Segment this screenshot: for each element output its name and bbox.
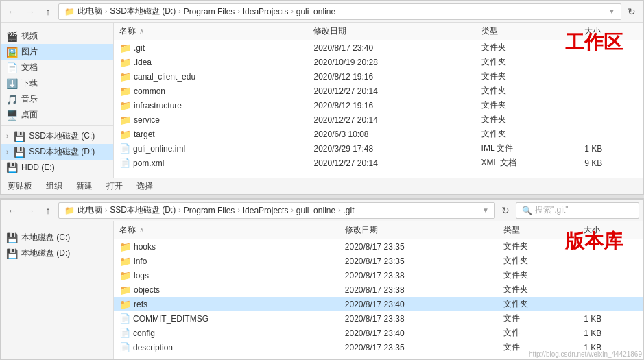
sidebar-item-pictures[interactable]: 🖼️ 图片	[1, 44, 113, 60]
col-name-2[interactable]: 名称 ∧	[114, 221, 339, 239]
bottom-breadcrumb[interactable]: 📁 此电脑 › SSD本地磁盘 (D:) › Program Files › I…	[58, 202, 495, 219]
sidebar-label: HDD (E:)	[21, 163, 55, 172]
col-size[interactable]: 大小	[579, 23, 643, 40]
file-name: service	[134, 115, 160, 125]
col-name[interactable]: 名称 ∧	[114, 23, 308, 40]
table-row[interactable]: 📁 common 2020/12/27 20:14 文件夹	[114, 84, 643, 98]
file-date: 2020/8/17 23:38	[339, 283, 498, 297]
table-row[interactable]: 📁 info 2020/8/17 23:35 文件夹	[114, 254, 643, 268]
file-name-cell: 📁 hooks	[114, 239, 339, 254]
table-row[interactable]: 📁 .idea 2020/10/19 20:28 文件夹	[114, 55, 643, 69]
table-row[interactable]: 📁 objects 2020/8/17 23:38 文件夹	[114, 283, 643, 297]
file-name: info	[134, 256, 147, 266]
file-type: 文件	[498, 340, 578, 355]
file-size: 1 KB	[578, 311, 643, 326]
col-date[interactable]: 修改日期	[308, 23, 475, 40]
sidebar-item-video[interactable]: 🎬 视频	[1, 28, 113, 44]
col-type-2[interactable]: 类型	[498, 221, 578, 239]
sidebar-item-downloads[interactable]: ⬇️ 下载	[1, 75, 113, 91]
sidebar-item-docs[interactable]: 📄 文档	[1, 60, 113, 75]
sidebar-label: 本地磁盘 (C:)	[21, 232, 70, 243]
table-row[interactable]: 📄 COMMIT_EDITMSG 2020/8/17 23:38 文件 1 KB	[114, 311, 643, 326]
table-row[interactable]: 📄 pom.xml 2020/12/27 20:14 XML 文档 9 KB	[114, 156, 643, 170]
file-name: objects	[134, 285, 160, 295]
sidebar-label: SSD本地磁盘 (C:)	[29, 130, 95, 142]
back-button-2[interactable]: ←	[5, 203, 20, 218]
breadcrumb-git: .git	[344, 206, 355, 215]
folder-icon: 📁	[119, 299, 131, 310]
col-date-2[interactable]: 修改日期	[339, 221, 498, 239]
file-type: XML 文档	[476, 156, 580, 170]
file-name-cell: 📄 guli_online.iml	[114, 141, 308, 156]
table-row[interactable]: 📁 service 2020/12/27 20:14 文件夹	[114, 112, 643, 127]
breadcrumb-d-2: SSD本地磁盘 (D:)	[110, 204, 176, 216]
col-type[interactable]: 类型	[476, 23, 580, 40]
file-type: 文件夹	[476, 69, 580, 84]
up-button[interactable]: ↑	[40, 4, 56, 19]
bottom-sidebar: 💾 本地磁盘 (C:) 💾 本地磁盘 (D:)	[1, 221, 114, 359]
table-row[interactable]: 📁 canal_client_edu 2020/8/12 19:16 文件夹	[114, 69, 643, 84]
file-name-cell: 📁 infrastructure	[114, 98, 308, 112]
col-size-2[interactable]: 大小	[578, 221, 643, 239]
file-type: 文件	[498, 311, 578, 326]
refresh-button-2[interactable]: ↻	[498, 203, 513, 218]
forward-button-2[interactable]: →	[23, 203, 38, 218]
sidebar-item-desktop[interactable]: 🖥️ 桌面	[1, 107, 113, 123]
file-type: 文件夹	[498, 239, 578, 254]
folder-icon: 📁	[119, 115, 131, 125]
breadcrumb-dropdown[interactable]: ▼	[608, 8, 615, 15]
pictures-icon: 🖼️	[6, 47, 17, 58]
video-icon: 🎬	[6, 31, 17, 42]
table-row[interactable]: 📄 config 2020/8/17 23:40 文件 1 KB	[114, 326, 643, 340]
sidebar-item-e[interactable]: 💾 HDD (E:)	[1, 160, 113, 175]
file-date: 2020/12/27 20:14	[308, 156, 475, 170]
folder-icon: 📁	[119, 270, 131, 281]
file-date: 2020/3/29 17:48	[308, 141, 475, 156]
forward-button[interactable]: →	[23, 4, 38, 19]
top-breadcrumb[interactable]: 📁 此电脑 › SSD本地磁盘 (D:) › Program Files › I…	[58, 3, 621, 20]
select-label: 选择	[136, 180, 153, 192]
table-row[interactable]: 📄 description 2020/8/17 23:35 文件 1 KB	[114, 340, 643, 355]
file-name-cell: 📄 config	[114, 326, 339, 340]
file-name-cell: 📁 service	[114, 112, 308, 127]
table-row[interactable]: 📁 target 2020/6/3 10:08 文件夹	[114, 127, 643, 141]
file-size: 9 KB	[579, 156, 643, 170]
back-button[interactable]: ←	[5, 4, 20, 19]
folder-icon: 📁	[119, 57, 131, 68]
breadcrumb-idea-2: IdeaProjects	[243, 206, 289, 215]
file-name-cell: 📁 refs	[114, 297, 339, 311]
sidebar-item-local-c[interactable]: 💾 本地磁盘 (C:)	[1, 230, 113, 245]
table-row[interactable]: 📁 .git 2020/8/17 23:40 文件夹	[114, 40, 643, 56]
breadcrumb-pf-2: Program Files	[184, 206, 235, 215]
file-type: 文件夹	[498, 297, 578, 311]
table-row[interactable]: 📁 refs 2020/8/17 23:40 文件夹	[114, 297, 643, 311]
sidebar-item-c[interactable]: › 💾 SSD本地磁盘 (C:)	[1, 128, 113, 144]
search-bar[interactable]: 🔍 搜索".git"	[516, 202, 639, 219]
drive-e-icon: 💾	[6, 162, 17, 173]
sidebar-item-local-d[interactable]: 💾 本地磁盘 (D:)	[1, 245, 113, 261]
file-date: 2020/8/17 23:35	[339, 239, 498, 254]
table-row[interactable]: 📁 logs 2020/8/17 23:38 文件夹	[114, 268, 643, 283]
sidebar-item-d[interactable]: › 💾 SSD本地磁盘 (D:)	[1, 144, 113, 160]
table-row[interactable]: 📁 hooks 2020/8/17 23:35 文件夹	[114, 239, 643, 254]
table-row[interactable]: 📁 infrastructure 2020/8/12 19:16 文件夹	[114, 98, 643, 112]
sidebar-item-music[interactable]: 🎵 音乐	[1, 91, 113, 107]
file-icon: 📄	[119, 158, 130, 168]
file-size	[578, 297, 643, 311]
refresh-button[interactable]: ↻	[624, 4, 639, 19]
table-row[interactable]: 📄 guli_online.iml 2020/3/29 17:48 IML 文件…	[114, 141, 643, 156]
file-date: 2020/8/17 23:40	[339, 326, 498, 340]
downloads-icon: ⬇️	[6, 78, 17, 89]
file-date: 2020/8/17 23:35	[339, 340, 498, 355]
local-c-icon: 💾	[6, 232, 17, 243]
breadcrumb-dropdown-2[interactable]: ▼	[482, 206, 489, 214]
top-sidebar: 🎬 视频 🖼️ 图片 📄 文档 ⬇️ 下载 🎵 音乐	[1, 23, 114, 178]
file-type: 文件夹	[476, 112, 580, 127]
folder-icon: 📁	[119, 43, 131, 53]
sidebar-label: 桌面	[21, 109, 38, 121]
file-size	[579, 69, 643, 84]
up-button-2[interactable]: ↑	[40, 203, 56, 218]
file-size	[578, 239, 643, 254]
breadcrumb-d: SSD本地磁盘 (D:)	[110, 5, 176, 17]
file-size	[578, 268, 643, 283]
